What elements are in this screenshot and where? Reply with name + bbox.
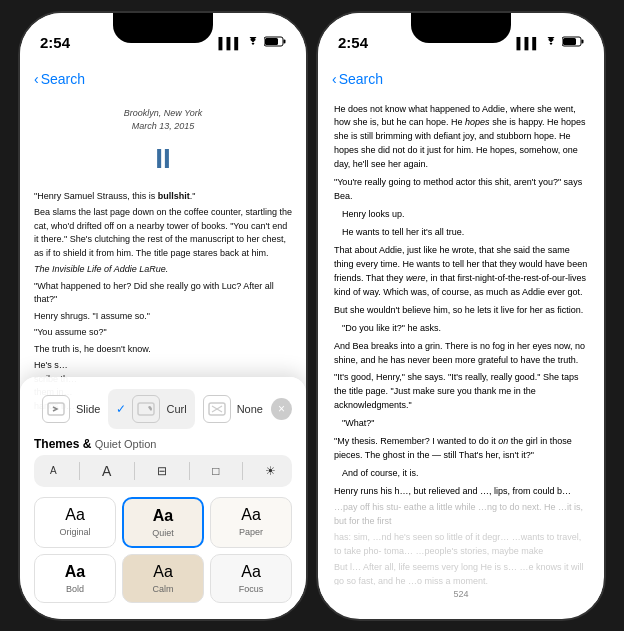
- curl-icon: [132, 395, 160, 423]
- right-para-16: But l… After all, life seems very long H…: [334, 561, 588, 587]
- theme-calm[interactable]: Aa Calm: [122, 554, 204, 603]
- notch: [113, 13, 213, 43]
- right-para-12: And of course, it is.: [334, 467, 588, 481]
- para-5: Henry shrugs. "I assume so.": [34, 310, 292, 324]
- theme-aa-quiet: Aa: [153, 507, 173, 525]
- book-header: Brooklyn, New York March 13, 2015 II: [34, 107, 292, 180]
- theme-aa-bold: Aa: [65, 563, 85, 581]
- svg-rect-10: [563, 38, 576, 45]
- divider-4: [242, 462, 243, 480]
- theme-aa-calm: Aa: [153, 563, 173, 581]
- animation-options-row: Slide ✓ Curl None ×: [34, 389, 292, 429]
- chevron-left-icon-right: ‹: [332, 71, 337, 87]
- theme-focus[interactable]: Aa Focus: [210, 554, 292, 603]
- battery-icon: [264, 36, 286, 49]
- back-button-left[interactable]: ‹ Search: [34, 71, 85, 87]
- para-6: "You assume so?": [34, 326, 292, 340]
- right-para-1: He does not know what happened to Addie,…: [334, 103, 588, 173]
- theme-original[interactable]: Aa Original: [34, 497, 116, 548]
- notch-right: [411, 13, 511, 43]
- theme-name-bold: Bold: [66, 584, 84, 594]
- back-label-right: Search: [339, 71, 383, 87]
- right-para-9: "It's good, Henry," she says. "It's real…: [334, 371, 588, 413]
- theme-grid: Aa Original Aa Quiet Aa Paper Aa Bold Aa: [34, 497, 292, 603]
- slide-option[interactable]: Slide: [34, 389, 108, 429]
- theme-aa-focus: Aa: [241, 563, 261, 581]
- none-label: None: [237, 403, 263, 415]
- para-3: The Invisible Life of Addie LaRue.: [34, 263, 292, 277]
- nav-bar-right: ‹ Search: [318, 61, 604, 97]
- themes-subtitle: Quiet Option: [95, 438, 157, 450]
- theme-quiet[interactable]: Aa Quiet: [122, 497, 204, 548]
- signal-icon: ▌▌▌: [219, 37, 242, 49]
- status-icons-left: ▌▌▌: [219, 36, 286, 49]
- right-para-15: has: sim, …nd he's seen so little of it …: [334, 531, 588, 559]
- check-icon: ✓: [116, 402, 126, 416]
- para-7: The truth is, he doesn't know.: [34, 343, 292, 357]
- none-option[interactable]: None: [195, 389, 271, 429]
- slide-icon: [42, 395, 70, 423]
- close-panel-button[interactable]: ×: [271, 398, 292, 420]
- page-button[interactable]: □: [204, 460, 227, 482]
- book-location: Brooklyn, New York: [34, 107, 292, 121]
- wifi-icon-right: [544, 37, 558, 49]
- right-para-8: And Bea breaks into a grin. There is no …: [334, 340, 588, 368]
- curl-label: Curl: [166, 403, 186, 415]
- curl-option[interactable]: ✓ Curl: [108, 389, 194, 429]
- chevron-left-icon: ‹: [34, 71, 39, 87]
- battery-icon-right: [562, 36, 584, 49]
- chapter-number: II: [34, 138, 292, 180]
- left-phone: 2:54 ▌▌▌ ‹ Search Brooklyn, New York: [18, 11, 308, 621]
- right-para-7: "Do you like it?" he asks.: [334, 322, 588, 336]
- para-4: "What happened to her? Did she really go…: [34, 280, 292, 307]
- slide-label: Slide: [76, 403, 100, 415]
- theme-name-focus: Focus: [239, 584, 264, 594]
- status-icons-right: ▌▌▌: [517, 36, 584, 49]
- right-para-14: …pay off his stu- eathe a little while ……: [334, 501, 588, 529]
- theme-name-original: Original: [59, 527, 90, 537]
- svg-rect-1: [284, 40, 286, 44]
- right-para-3: Henry looks up.: [334, 208, 588, 222]
- time-right: 2:54: [338, 34, 368, 51]
- nav-bar-left: ‹ Search: [20, 61, 306, 97]
- theme-name-calm: Calm: [152, 584, 173, 594]
- theme-name-paper: Paper: [239, 527, 263, 537]
- font-small-button[interactable]: A: [42, 461, 65, 480]
- signal-icon-right: ▌▌▌: [517, 37, 540, 49]
- brightness-button[interactable]: ☀: [257, 460, 284, 482]
- right-para-10: "What?": [334, 417, 588, 431]
- right-para-4: He wants to tell her it's all true.: [334, 226, 588, 240]
- theme-bold[interactable]: Aa Bold: [34, 554, 116, 603]
- svg-rect-9: [582, 40, 584, 44]
- panel-overlay: Slide ✓ Curl None ×: [20, 377, 306, 619]
- none-icon: [203, 395, 231, 423]
- theme-aa-original: Aa: [65, 506, 85, 524]
- time-left: 2:54: [40, 34, 70, 51]
- display-options-row: A A ⊟ □ ☀: [34, 455, 292, 487]
- back-button-right[interactable]: ‹ Search: [332, 71, 383, 87]
- divider-2: [134, 462, 135, 480]
- svg-rect-2: [265, 38, 278, 45]
- font-large-button[interactable]: A: [94, 459, 119, 483]
- para-1: "Henry Samuel Strauss, this is bullshit.…: [34, 190, 292, 204]
- main-container: 2:54 ▌▌▌ ‹ Search Brooklyn, New York: [0, 0, 624, 631]
- theme-aa-paper: Aa: [241, 506, 261, 524]
- right-para-2: "You're really going to method actor thi…: [334, 176, 588, 204]
- themes-header: Themes & Quiet Option: [34, 437, 292, 451]
- theme-name-quiet: Quiet: [152, 528, 174, 538]
- right-para-6: But she wouldn't believe him, so he lets…: [334, 304, 588, 318]
- right-para-11: "My thesis. Remember? I wanted to do it …: [334, 435, 588, 463]
- themes-title: Themes &: [34, 437, 91, 451]
- divider-1: [79, 462, 80, 480]
- para-2: Bea slams the last page down on the coff…: [34, 206, 292, 260]
- right-phone: 2:54 ▌▌▌ ‹ Search He does not know what …: [316, 11, 606, 621]
- book-date: March 13, 2015: [34, 120, 292, 134]
- page-number: 524: [318, 585, 604, 603]
- book-content-right: He does not know what happened to Addie,…: [318, 97, 604, 587]
- wifi-icon: [246, 37, 260, 49]
- format-button[interactable]: ⊟: [149, 460, 175, 482]
- divider-3: [189, 462, 190, 480]
- back-label-left: Search: [41, 71, 85, 87]
- theme-paper[interactable]: Aa Paper: [210, 497, 292, 548]
- right-para-5: That about Addie, just like he wrote, th…: [334, 244, 588, 300]
